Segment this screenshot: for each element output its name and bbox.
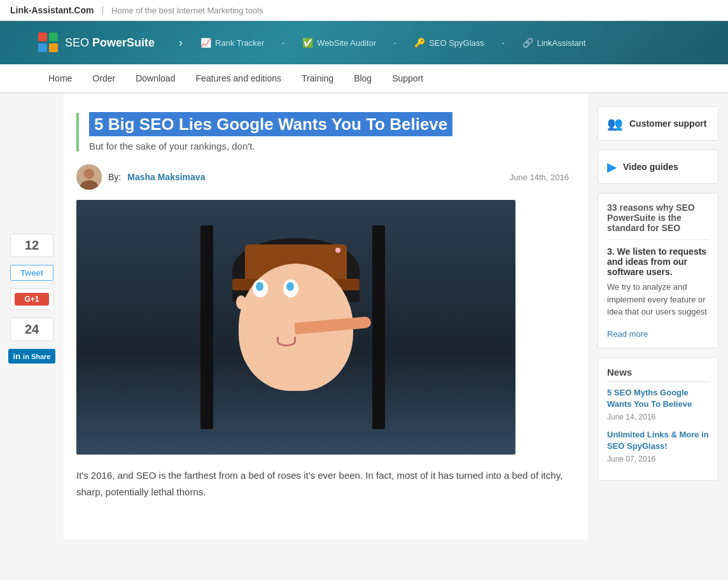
page-wrapper: 12 Tweet G+1 24 in in Share 5 Big SEO Li…	[0, 94, 728, 539]
article-body: It's 2016, and SEO is the farthest from …	[76, 467, 569, 500]
reasons-divider	[607, 239, 709, 240]
rank-tracker-icon: 📈	[200, 38, 211, 48]
news-link-2[interactable]: Unlimited Links & More in SEO SpyGlass!	[607, 429, 709, 452]
top-bar-separator: |	[101, 5, 104, 15]
news-item-1: 5 SEO Myths Google Wants You To Believe …	[607, 387, 709, 421]
requests-bold: 3. We listen to requests and ideas from …	[607, 246, 709, 277]
header-nav-seo-spyglass[interactable]: 🔑 SEO SpyGlass	[414, 38, 484, 48]
news-link-1[interactable]: 5 SEO Myths Google Wants You To Believe	[607, 387, 709, 410]
pinocchio-illustration	[200, 225, 391, 429]
article-paragraph-1: It's 2016, and SEO is the farthest from …	[76, 467, 569, 500]
author-name-link[interactable]: Masha Maksimava	[127, 172, 205, 182]
main-content: 5 Big SEO Lies Google Wants You To Belie…	[64, 94, 588, 539]
nav-support[interactable]: Support	[382, 64, 433, 92]
video-guides-card[interactable]: ▶ Video guides	[598, 150, 718, 184]
author-row: By: Masha Maksimava June 14th, 2016	[76, 164, 569, 190]
logo-area: SEO PowerSuite	[38, 32, 155, 53]
reasons-title: 33 reasons why SEO PowerSuite is the sta…	[607, 202, 709, 233]
svg-point-1	[84, 169, 94, 179]
news-card: News 5 SEO Myths Google Wants You To Bel…	[598, 357, 718, 481]
article-image	[76, 200, 515, 455]
twitter-box: 12	[10, 234, 53, 257]
nav-features[interactable]: Features and editions	[185, 64, 291, 92]
twitter-count: 12	[15, 238, 49, 253]
header-nav-website-auditor[interactable]: ✅ WebSite Auditor	[302, 38, 376, 48]
dot3: ·	[502, 38, 505, 48]
nav-download[interactable]: Download	[125, 64, 185, 92]
news-date-1: June 14, 2016	[607, 413, 655, 421]
customer-support-title: Customer support	[629, 118, 706, 129]
video-guides-title: Video guides	[623, 162, 678, 172]
nav-home[interactable]: Home	[38, 64, 82, 92]
customer-support-icon: 👥	[607, 116, 623, 131]
social-sidebar: 12 Tweet G+1 24 in in Share	[0, 94, 64, 539]
dot2: ·	[394, 38, 396, 48]
article-title: 5 Big SEO Lies Google Wants You To Belie…	[89, 112, 452, 136]
nav-order[interactable]: Order	[82, 64, 125, 92]
requests-text: We try to analyze and implement every fe…	[607, 281, 709, 318]
gplus-box: G+1	[10, 288, 53, 310]
tagline: Home of the best Internet Marketing tool…	[111, 6, 263, 15]
linkedin-box: 24	[10, 318, 53, 341]
author-prefix: By:	[108, 172, 121, 182]
right-sidebar: 👥 Customer support ▶ Video guides 33 rea…	[588, 94, 728, 539]
website-auditor-icon: ✅	[302, 38, 313, 48]
gplus-button[interactable]: G+1	[15, 293, 49, 306]
linkassistant-icon: 🔗	[522, 38, 533, 48]
header-nav-linkassistant[interactable]: 🔗 LinkAssistant	[522, 38, 586, 48]
linkedin-icon: in	[13, 351, 21, 361]
header-arrow: ›	[179, 36, 183, 50]
news-title: News	[607, 367, 709, 382]
article-subtitle: But for the sake of your rankings, don't…	[89, 141, 569, 152]
nav-training[interactable]: Training	[291, 64, 344, 92]
brand-name[interactable]: SEO PowerSuite	[65, 36, 155, 50]
spyglass-icon: 🔑	[414, 38, 425, 48]
reasons-card: 33 reasons why SEO PowerSuite is the sta…	[598, 193, 718, 348]
news-item-2: Unlimited Links & More in SEO SpyGlass! …	[607, 429, 709, 463]
logo-icon	[38, 32, 59, 53]
dot1: ·	[282, 38, 284, 48]
author-avatar	[76, 164, 102, 190]
customer-support-link[interactable]: 👥 Customer support	[607, 116, 709, 131]
header-nav-rank-tracker[interactable]: 📈 Rank Tracker	[200, 38, 264, 48]
video-guides-icon: ▶	[607, 159, 617, 174]
news-date-2: June 07, 2016	[607, 455, 655, 463]
linkedin-button[interactable]: in in Share	[8, 349, 56, 364]
article-title-bar: 5 Big SEO Lies Google Wants You To Belie…	[76, 113, 569, 152]
tweet-button[interactable]: Tweet	[10, 265, 53, 281]
site-title[interactable]: Link-Assistant.Com	[10, 5, 94, 15]
article-date: June 14th, 2016	[510, 173, 569, 182]
author-info: By: Masha Maksimava	[76, 164, 205, 190]
read-more-link[interactable]: Read more	[607, 329, 648, 339]
nav-blog[interactable]: Blog	[344, 64, 382, 92]
customer-support-card[interactable]: 👥 Customer support	[598, 106, 718, 141]
main-nav: Home Order Download Features and edition…	[0, 64, 728, 94]
video-guides-link[interactable]: ▶ Video guides	[607, 159, 709, 174]
header-banner: SEO PowerSuite › 📈 Rank Tracker · ✅ WebS…	[0, 21, 728, 64]
linkedin-count: 24	[15, 322, 49, 337]
top-bar: Link-Assistant.Com | Home of the best In…	[0, 0, 728, 21]
